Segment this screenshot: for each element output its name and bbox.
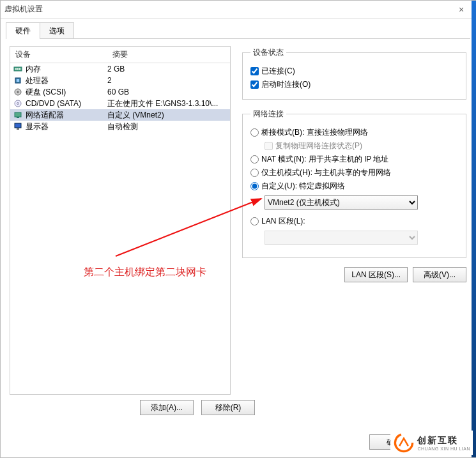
logo-sub: CHUANG XIN HU LIAN [417, 447, 470, 451]
hardware-row-memory[interactable]: 内存2 GB [10, 63, 230, 75]
radio-nat-label: NAT 模式(N): 用于共享主机的 IP 地址 [261, 154, 388, 165]
device-summary: 正在使用文件 E:\GNS3-1.3.10\... [107, 98, 227, 109]
radio-bridged[interactable]: 桥接模式(B): 直接连接物理网络 [250, 127, 458, 138]
cpu-icon [13, 75, 23, 86]
lan-segment-select [265, 231, 418, 245]
svg-rect-3 [19, 68, 20, 70]
connect-at-power-checkbox[interactable]: 启动时连接(O) [250, 79, 458, 90]
hardware-row-net[interactable]: 网络适配器自定义 (VMnet2) [10, 109, 230, 121]
network-extra-buttons: LAN 区段(S)... 高级(V)... [242, 267, 466, 282]
device-summary: 自动检测 [107, 121, 227, 132]
device-summary: 2 GB [107, 65, 227, 73]
device-name: 处理器 [26, 75, 49, 86]
hardware-list: 设备 摘要 内存2 GB处理器2硬盘 (SCSI)60 GBCD/DVD (SA… [10, 46, 231, 395]
connect-at-power-input[interactable] [250, 80, 259, 89]
svg-rect-1 [15, 68, 17, 70]
tab-strip: 硬件 选项 [1, 19, 475, 39]
device-name: CD/DVD (SATA) [26, 99, 81, 108]
connected-label: 已连接(C) [261, 66, 295, 77]
custom-vmnet-select[interactable]: VMnet2 (仅主机模式) [265, 195, 418, 210]
device-name: 内存 [26, 64, 41, 75]
replicate-label: 复制物理网络连接状态(P) [275, 141, 362, 151]
hardware-row-disk[interactable]: 硬盘 (SCSI)60 GB [10, 86, 230, 98]
network-connection-group: 网络连接 桥接模式(B): 直接连接物理网络 复制物理网络连接状态(P) NAT… [242, 109, 466, 258]
hardware-panel: 设备 摘要 内存2 GB处理器2硬盘 (SCSI)60 GBCD/DVD (SA… [10, 46, 231, 415]
cd-icon [13, 98, 23, 109]
memory-icon [13, 64, 23, 74]
radio-hostonly[interactable]: 仅主机模式(H): 与主机共享的专用网络 [250, 167, 458, 178]
radio-lan-input[interactable] [250, 217, 259, 225]
svg-point-15 [395, 434, 413, 451]
replicate-input [265, 142, 273, 150]
device-summary: 60 GB [107, 88, 227, 96]
annotation-text: 第二个主机绑定第二块网卡 [84, 266, 206, 279]
svg-rect-5 [17, 79, 19, 82]
hardware-row-cpu[interactable]: 处理器2 [10, 75, 230, 86]
svg-rect-10 [15, 112, 21, 117]
radio-custom-label: 自定义(U): 特定虚拟网络 [261, 181, 345, 192]
svg-point-9 [17, 103, 19, 105]
radio-nat-input[interactable] [250, 155, 259, 164]
device-summary: 2 [107, 76, 227, 85]
replicate-checkbox: 复制物理网络连接状态(P) [265, 141, 458, 151]
hardware-row-cd[interactable]: CD/DVD (SATA)正在使用文件 E:\GNS3-1.3.10\... [10, 98, 230, 109]
watermark-logo: 创新互联 CHUANG XIN HU LIAN [390, 431, 473, 455]
radio-bridged-label: 桥接模式(B): 直接连接物理网络 [261, 127, 368, 138]
lan-segments-button[interactable]: LAN 区段(S)... [344, 267, 408, 282]
details-panel: 设备状态 已连接(C) 启动时连接(O) 网络连接 桥接模式(B): 直接连接物… [242, 46, 466, 415]
hardware-row-display[interactable]: 显示器自动检测 [10, 121, 230, 132]
svg-point-7 [17, 91, 19, 93]
window-title: 虚拟机设置 [4, 4, 43, 15]
col-device: 设备 [10, 47, 107, 63]
network-legend: 网络连接 [250, 109, 286, 119]
hardware-buttons: 添加(A)... 移除(R) [140, 400, 231, 415]
add-button[interactable]: 添加(A)... [140, 400, 194, 415]
device-summary: 自定义 (VMnet2) [107, 110, 227, 121]
svg-rect-11 [17, 117, 19, 118]
svg-rect-12 [15, 123, 21, 128]
connected-checkbox-input[interactable] [250, 67, 259, 75]
hardware-list-header: 设备 摘要 [10, 47, 230, 63]
close-icon[interactable]: × [451, 4, 472, 15]
tab-options[interactable]: 选项 [40, 22, 74, 39]
device-status-group: 设备状态 已连接(C) 启动时连接(O) [242, 47, 466, 100]
connected-checkbox[interactable]: 已连接(C) [250, 66, 458, 77]
desktop-edge [472, 1, 476, 457]
device-status-legend: 设备状态 [250, 47, 286, 58]
tab-hardware[interactable]: 硬件 [6, 22, 40, 39]
advanced-button[interactable]: 高级(V)... [413, 267, 466, 282]
radio-hostonly-label: 仅主机模式(H): 与主机共享的专用网络 [261, 167, 391, 178]
connect-at-power-label: 启动时连接(O) [261, 79, 311, 90]
col-summary: 摘要 [107, 47, 230, 63]
disk-icon [13, 87, 23, 97]
device-name: 硬盘 (SCSI) [26, 87, 66, 98]
radio-bridged-input[interactable] [250, 128, 259, 137]
content-area: 设备 摘要 内存2 GB处理器2硬盘 (SCSI)60 GBCD/DVD (SA… [1, 40, 475, 415]
display-icon [13, 121, 23, 132]
radio-custom[interactable]: 自定义(U): 特定虚拟网络 [250, 181, 458, 192]
net-icon [13, 110, 23, 120]
radio-custom-input[interactable] [250, 182, 259, 190]
radio-lan-label: LAN 区段(L): [261, 216, 305, 227]
device-name: 网络适配器 [26, 110, 64, 121]
logo-brand: 创新互联 [417, 435, 470, 447]
radio-hostonly-input[interactable] [250, 169, 259, 177]
titlebar: 虚拟机设置 × [1, 1, 475, 19]
logo-text-wrap: 创新互联 CHUANG XIN HU LIAN [417, 435, 470, 451]
svg-rect-2 [17, 68, 19, 70]
svg-rect-13 [17, 128, 19, 130]
logo-icon [393, 432, 415, 454]
vm-settings-window: 虚拟机设置 × 硬件 选项 设备 摘要 内存2 GB处理器2硬盘 (SCSI)6… [0, 0, 476, 458]
radio-nat[interactable]: NAT 模式(N): 用于共享主机的 IP 地址 [250, 154, 458, 165]
device-name: 显示器 [26, 121, 49, 132]
radio-lan[interactable]: LAN 区段(L): [250, 216, 458, 227]
